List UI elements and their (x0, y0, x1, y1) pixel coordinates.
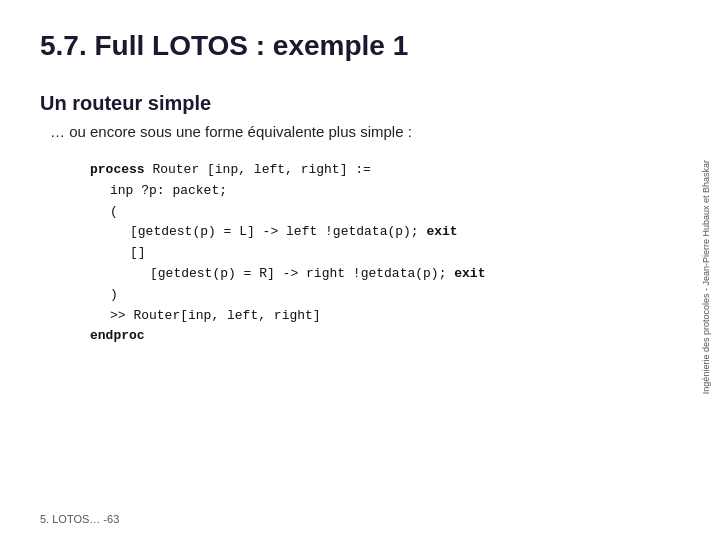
section-heading: Un routeur simple (40, 92, 680, 115)
code-line-2: inp ?p: packet; (110, 181, 680, 202)
code-line-4: [getdest(p) = L] -> left !getdata(p); ex… (130, 222, 680, 243)
code-line-1: process Router [inp, left, right] := (90, 160, 680, 181)
code-line-3: ( (110, 202, 680, 223)
code-line-8: >> Router[inp, left, right] (110, 306, 680, 327)
keyword-process: process (90, 162, 145, 177)
code-line-5: [] (130, 243, 680, 264)
exit-kw-2: exit (454, 266, 485, 281)
exit-kw-1: exit (426, 224, 457, 239)
slide-title: 5.7. Full LOTOS : exemple 1 (40, 30, 680, 62)
code-block: process Router [inp, left, right] := inp… (90, 160, 680, 347)
code-line-9: endproc (90, 326, 680, 347)
footer-text: 5. LOTOS… -63 (40, 513, 119, 525)
subtitle-text: … ou encore sous une forme équivalente p… (50, 123, 680, 140)
code-line-7: ) (110, 285, 680, 306)
keyword-endproc: endproc (90, 328, 145, 343)
code-line-6: [getdest(p) = R] -> right !getdata(p); e… (150, 264, 680, 285)
slide-container: 5.7. Full LOTOS : exemple 1 Un routeur s… (0, 0, 720, 540)
side-label: Ingénierie des protocoles - Jean-Pierre … (701, 160, 712, 394)
